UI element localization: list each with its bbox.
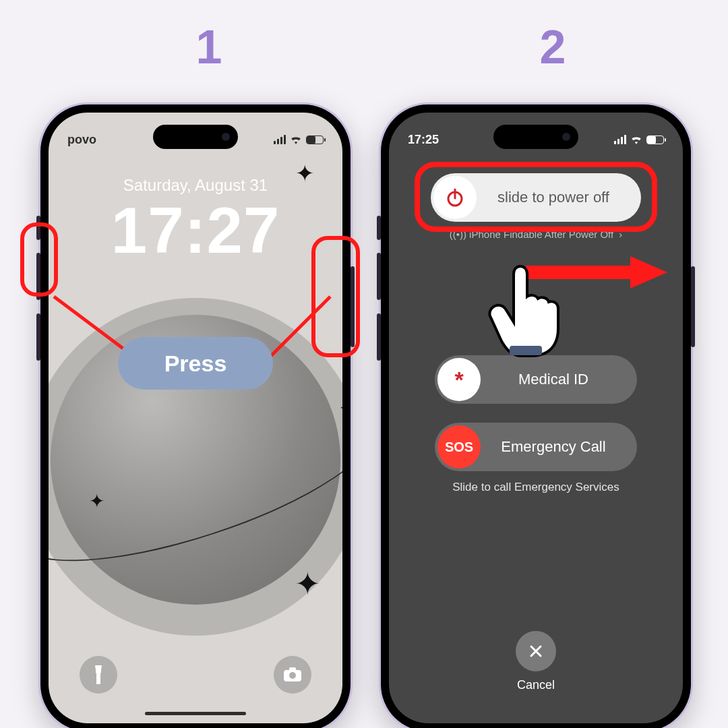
wifi-icon (290, 135, 302, 144)
home-indicator[interactable] (145, 712, 246, 715)
carrier-label: povo (67, 133, 96, 147)
lock-screen: ✦ ✦ ✦ povo Saturday, August 31 17:27 (49, 113, 342, 723)
medical-id-slider[interactable]: * Medical ID (435, 355, 637, 404)
dynamic-island (153, 125, 238, 149)
cancel-label: Cancel (517, 678, 555, 692)
phone-mockup-lockscreen: ✦ ✦ ✦ povo Saturday, August 31 17:27 (40, 104, 351, 728)
flashlight-button[interactable] (80, 656, 117, 694)
medical-icon[interactable]: * (437, 358, 481, 401)
mute-switch[interactable] (377, 216, 381, 240)
lock-screen-date: Saturday, August 31 (49, 176, 342, 195)
annotation-highlight-power-slider (415, 162, 657, 232)
svg-marker-8 (630, 256, 667, 289)
svg-point-1 (289, 672, 296, 679)
emergency-sos-slider[interactable]: SOS Emergency Call (435, 423, 637, 471)
cellular-signal-icon (274, 135, 286, 144)
svg-line-4 (263, 297, 330, 364)
step-number-2: 2 (533, 20, 573, 74)
battery-icon (306, 135, 324, 144)
status-time: 17:25 (408, 133, 439, 147)
volume-down-button[interactable] (377, 313, 381, 361)
camera-button[interactable] (274, 656, 311, 694)
svg-rect-9 (510, 346, 542, 355)
cellular-signal-icon (614, 135, 626, 144)
side-power-button[interactable] (691, 266, 695, 347)
dynamic-island (493, 125, 578, 149)
sparkle-icon: ✦ (89, 490, 104, 512)
sos-icon[interactable]: SOS (437, 425, 481, 468)
svg-rect-2 (289, 667, 296, 671)
annotation-pointer-hand-icon (485, 260, 566, 361)
sparkle-icon: ✦ (295, 566, 321, 602)
emergency-call-label: Emergency Call (483, 438, 637, 456)
cancel-button[interactable] (516, 631, 556, 671)
annotation-press-label: Press (118, 337, 273, 390)
medical-id-label: Medical ID (483, 371, 637, 388)
volume-up-button[interactable] (377, 253, 381, 300)
battery-icon (646, 135, 664, 144)
emergency-hint-text: Slide to call Emergency Services (389, 481, 683, 494)
close-icon (528, 643, 544, 659)
wifi-icon (630, 135, 642, 144)
step-number-1: 1 (189, 20, 229, 74)
volume-down-button[interactable] (36, 313, 40, 361)
cancel-area: Cancel (389, 631, 683, 692)
